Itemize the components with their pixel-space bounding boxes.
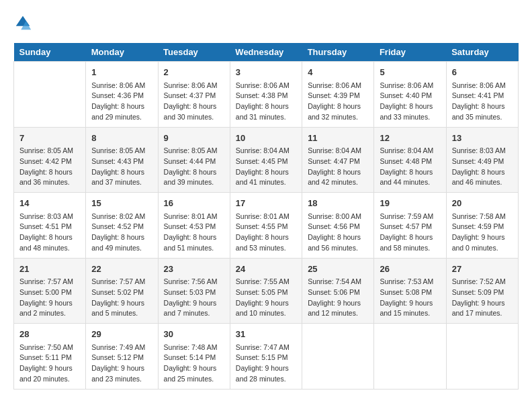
day-number: 1	[91, 66, 152, 79]
calendar-cell: 2Sunrise: 8:06 AM Sunset: 4:37 PM Daylig…	[158, 62, 230, 128]
day-info: Sunrise: 7:48 AM Sunset: 5:14 PM Dayligh…	[164, 342, 224, 385]
day-info: Sunrise: 7:53 AM Sunset: 5:08 PM Dayligh…	[380, 277, 440, 319]
calendar-cell: 20Sunrise: 7:58 AM Sunset: 4:59 PM Dayli…	[446, 193, 518, 259]
calendar-cell: 31Sunrise: 7:47 AM Sunset: 5:15 PM Dayli…	[230, 324, 302, 390]
calendar-cell: 7Sunrise: 8:05 AM Sunset: 4:42 PM Daylig…	[14, 127, 86, 193]
calendar-cell: 5Sunrise: 8:06 AM Sunset: 4:40 PM Daylig…	[374, 62, 446, 128]
calendar-cell: 11Sunrise: 8:04 AM Sunset: 4:47 PM Dayli…	[302, 127, 374, 193]
day-number: 16	[164, 197, 224, 210]
col-header-sunday: Sunday	[14, 43, 86, 62]
week-row-2: 7Sunrise: 8:05 AM Sunset: 4:42 PM Daylig…	[14, 127, 519, 193]
calendar-cell: 29Sunrise: 7:49 AM Sunset: 5:12 PM Dayli…	[86, 324, 158, 390]
calendar-cell	[302, 324, 374, 390]
page-header	[13, 13, 519, 32]
col-header-thursday: Thursday	[302, 43, 374, 62]
day-number: 22	[91, 263, 152, 276]
day-number: 10	[236, 132, 296, 145]
calendar-cell: 14Sunrise: 8:03 AM Sunset: 4:51 PM Dayli…	[14, 193, 86, 259]
col-header-monday: Monday	[86, 43, 158, 62]
calendar-cell: 24Sunrise: 7:55 AM Sunset: 5:05 PM Dayli…	[230, 258, 302, 324]
col-header-wednesday: Wednesday	[230, 43, 302, 62]
day-number: 25	[308, 263, 368, 276]
col-header-friday: Friday	[374, 43, 446, 62]
calendar-cell: 6Sunrise: 8:06 AM Sunset: 4:41 PM Daylig…	[446, 62, 518, 128]
calendar-cell: 22Sunrise: 7:57 AM Sunset: 5:02 PM Dayli…	[86, 258, 158, 324]
calendar-cell: 3Sunrise: 8:06 AM Sunset: 4:38 PM Daylig…	[230, 62, 302, 128]
calendar-cell: 8Sunrise: 8:05 AM Sunset: 4:43 PM Daylig…	[86, 127, 158, 193]
day-info: Sunrise: 7:55 AM Sunset: 5:05 PM Dayligh…	[236, 277, 296, 319]
calendar-cell: 27Sunrise: 7:52 AM Sunset: 5:09 PM Dayli…	[446, 258, 518, 324]
calendar-cell: 1Sunrise: 8:06 AM Sunset: 4:36 PM Daylig…	[86, 62, 158, 128]
day-number: 8	[91, 132, 152, 145]
calendar-cell: 19Sunrise: 7:59 AM Sunset: 4:57 PM Dayli…	[374, 193, 446, 259]
day-info: Sunrise: 8:05 AM Sunset: 4:44 PM Dayligh…	[164, 146, 224, 188]
logo	[13, 13, 35, 32]
calendar-cell: 15Sunrise: 8:02 AM Sunset: 4:52 PM Dayli…	[86, 193, 158, 259]
day-number: 26	[380, 263, 440, 276]
day-info: Sunrise: 8:06 AM Sunset: 4:38 PM Dayligh…	[236, 81, 296, 123]
week-row-3: 14Sunrise: 8:03 AM Sunset: 4:51 PM Dayli…	[14, 193, 519, 259]
day-info: Sunrise: 7:49 AM Sunset: 5:12 PM Dayligh…	[91, 342, 152, 385]
day-number: 6	[452, 66, 513, 79]
day-info: Sunrise: 7:58 AM Sunset: 4:59 PM Dayligh…	[452, 212, 513, 254]
day-number: 27	[452, 263, 513, 276]
day-info: Sunrise: 8:06 AM Sunset: 4:41 PM Dayligh…	[452, 81, 513, 123]
day-info: Sunrise: 7:56 AM Sunset: 5:03 PM Dayligh…	[164, 277, 224, 319]
calendar-cell: 23Sunrise: 7:56 AM Sunset: 5:03 PM Dayli…	[158, 258, 230, 324]
day-number: 29	[91, 328, 152, 341]
day-number: 9	[164, 132, 224, 145]
day-number: 19	[380, 197, 440, 210]
day-info: Sunrise: 7:52 AM Sunset: 5:09 PM Dayligh…	[452, 277, 513, 319]
day-number: 23	[164, 263, 224, 276]
calendar-cell: 12Sunrise: 8:04 AM Sunset: 4:48 PM Dayli…	[374, 127, 446, 193]
day-info: Sunrise: 8:05 AM Sunset: 4:42 PM Dayligh…	[19, 146, 80, 188]
week-row-4: 21Sunrise: 7:57 AM Sunset: 5:00 PM Dayli…	[14, 258, 519, 324]
day-number: 14	[19, 197, 80, 210]
day-number: 13	[452, 132, 513, 145]
day-number: 2	[164, 66, 224, 79]
calendar-table: SundayMondayTuesdayWednesdayThursdayFrid…	[13, 43, 519, 390]
week-row-1: 1Sunrise: 8:06 AM Sunset: 4:36 PM Daylig…	[14, 62, 519, 128]
day-number: 30	[164, 328, 224, 341]
day-number: 28	[19, 328, 80, 341]
day-number: 18	[308, 197, 368, 210]
calendar-header-row: SundayMondayTuesdayWednesdayThursdayFrid…	[14, 43, 519, 62]
day-number: 5	[380, 66, 440, 79]
day-number: 15	[91, 197, 152, 210]
day-info: Sunrise: 8:01 AM Sunset: 4:55 PM Dayligh…	[236, 212, 296, 254]
day-info: Sunrise: 8:06 AM Sunset: 4:37 PM Dayligh…	[164, 81, 224, 123]
calendar-cell: 30Sunrise: 7:48 AM Sunset: 5:14 PM Dayli…	[158, 324, 230, 390]
calendar-cell: 26Sunrise: 7:53 AM Sunset: 5:08 PM Dayli…	[374, 258, 446, 324]
day-number: 11	[308, 132, 368, 145]
calendar-cell: 10Sunrise: 8:04 AM Sunset: 4:45 PM Dayli…	[230, 127, 302, 193]
calendar-cell: 25Sunrise: 7:54 AM Sunset: 5:06 PM Dayli…	[302, 258, 374, 324]
day-info: Sunrise: 8:06 AM Sunset: 4:36 PM Dayligh…	[91, 81, 152, 123]
day-info: Sunrise: 8:04 AM Sunset: 4:47 PM Dayligh…	[308, 146, 368, 188]
day-info: Sunrise: 7:47 AM Sunset: 5:15 PM Dayligh…	[236, 342, 296, 385]
day-number: 4	[308, 66, 368, 79]
calendar-cell	[374, 324, 446, 390]
col-header-tuesday: Tuesday	[158, 43, 230, 62]
calendar-cell: 17Sunrise: 8:01 AM Sunset: 4:55 PM Dayli…	[230, 193, 302, 259]
day-number: 7	[19, 132, 80, 145]
calendar-cell: 28Sunrise: 7:50 AM Sunset: 5:11 PM Dayli…	[14, 324, 86, 390]
day-info: Sunrise: 7:50 AM Sunset: 5:11 PM Dayligh…	[19, 342, 80, 385]
day-info: Sunrise: 7:54 AM Sunset: 5:06 PM Dayligh…	[308, 277, 368, 319]
day-info: Sunrise: 8:04 AM Sunset: 4:45 PM Dayligh…	[236, 146, 296, 188]
day-info: Sunrise: 8:05 AM Sunset: 4:43 PM Dayligh…	[91, 146, 152, 188]
week-row-5: 28Sunrise: 7:50 AM Sunset: 5:11 PM Dayli…	[14, 324, 519, 390]
day-info: Sunrise: 8:04 AM Sunset: 4:48 PM Dayligh…	[380, 146, 440, 188]
calendar-cell: 18Sunrise: 8:00 AM Sunset: 4:56 PM Dayli…	[302, 193, 374, 259]
day-info: Sunrise: 8:03 AM Sunset: 4:49 PM Dayligh…	[452, 146, 513, 188]
calendar-cell: 4Sunrise: 8:06 AM Sunset: 4:39 PM Daylig…	[302, 62, 374, 128]
day-number: 24	[236, 263, 296, 276]
day-info: Sunrise: 8:03 AM Sunset: 4:51 PM Dayligh…	[19, 212, 80, 254]
day-info: Sunrise: 8:02 AM Sunset: 4:52 PM Dayligh…	[91, 212, 152, 254]
day-info: Sunrise: 7:57 AM Sunset: 5:00 PM Dayligh…	[19, 277, 80, 319]
day-number: 31	[236, 328, 296, 341]
calendar-cell: 16Sunrise: 8:01 AM Sunset: 4:53 PM Dayli…	[158, 193, 230, 259]
day-info: Sunrise: 8:06 AM Sunset: 4:40 PM Dayligh…	[380, 81, 440, 123]
col-header-saturday: Saturday	[446, 43, 518, 62]
calendar-cell: 21Sunrise: 7:57 AM Sunset: 5:00 PM Dayli…	[14, 258, 86, 324]
logo-icon	[13, 13, 32, 32]
